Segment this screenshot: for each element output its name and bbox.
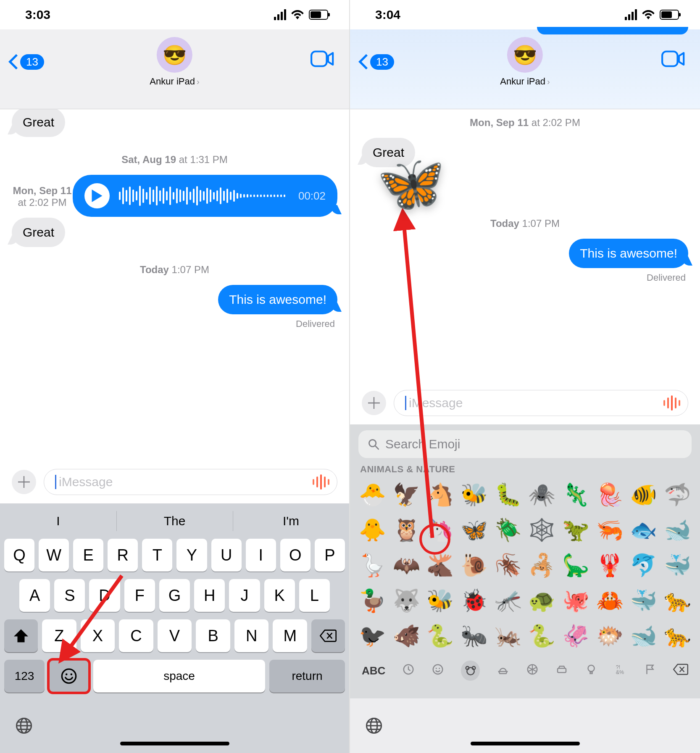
emoji-cell[interactable]: 🐝 xyxy=(424,584,456,617)
emoji-cell[interactable]: 🪼 xyxy=(594,478,626,511)
emoji-cell[interactable]: 🐌 xyxy=(458,549,490,582)
abc-key[interactable]: ABC xyxy=(362,664,385,677)
emoji-cell[interactable]: 🦗 xyxy=(492,619,524,652)
key-j[interactable]: J xyxy=(229,579,260,612)
shift-key[interactable] xyxy=(4,619,38,652)
emoji-cell[interactable]: 🦆 xyxy=(357,584,388,617)
back-button[interactable]: 13 xyxy=(358,54,394,70)
emoji-cell[interactable]: 🐋 xyxy=(662,513,693,546)
emoji-cell[interactable]: 🦇 xyxy=(391,549,422,582)
key-z[interactable]: Z xyxy=(42,619,76,652)
emoji-cell[interactable]: 🐳 xyxy=(628,584,660,617)
cat-symbols[interactable]: ?!&% xyxy=(614,663,627,679)
emoji-cell[interactable]: 🐆 xyxy=(662,619,693,652)
cat-activity[interactable] xyxy=(526,663,539,679)
emoji-cell[interactable]: 🦈 xyxy=(662,478,693,511)
emoji-search-input[interactable]: Search Emoji xyxy=(358,430,692,458)
emoji-cell[interactable]: 🦀 xyxy=(594,584,626,617)
key-y[interactable]: Y xyxy=(176,539,207,571)
emoji-cell[interactable]: 🦖 xyxy=(560,513,592,546)
key-d[interactable]: D xyxy=(89,579,120,612)
emoji-cell[interactable]: 🦑 xyxy=(560,619,592,652)
add-button[interactable] xyxy=(362,391,386,415)
key-h[interactable]: H xyxy=(194,579,225,612)
emoji-cell[interactable]: 🐛 xyxy=(492,478,524,511)
cat-smileys[interactable] xyxy=(432,663,444,679)
emoji-cell[interactable]: 🦎 xyxy=(560,478,592,511)
emoji-cell[interactable]: 🐡 xyxy=(594,619,626,652)
cat-food[interactable] xyxy=(497,663,509,679)
key-g[interactable]: G xyxy=(159,579,190,612)
key-x[interactable]: X xyxy=(81,619,115,652)
prediction[interactable]: I xyxy=(0,503,116,539)
emoji-cell[interactable]: 🐜 xyxy=(458,619,490,652)
emoji-cell[interactable]: 🦞 xyxy=(594,549,626,582)
emoji-cell[interactable]: 🐬 xyxy=(628,549,660,582)
emoji-cell[interactable]: 🐳 xyxy=(662,549,693,582)
prediction[interactable]: The xyxy=(116,503,233,539)
key-c[interactable]: C xyxy=(119,619,153,652)
emoji-cell[interactable]: 🦋 xyxy=(458,513,490,546)
cat-flags[interactable] xyxy=(644,663,656,679)
return-key[interactable]: return xyxy=(269,660,345,692)
audio-record-button[interactable] xyxy=(313,474,329,490)
emoji-cell[interactable]: 🦐 xyxy=(594,513,626,546)
emoji-cell[interactable]: 🐍 xyxy=(424,619,456,652)
audio-message-bubble[interactable]: 00:02 xyxy=(73,175,337,217)
audio-record-button[interactable] xyxy=(663,395,680,411)
key-w[interactable]: W xyxy=(39,539,69,571)
emoji-cell[interactable]: 🐙 xyxy=(560,584,592,617)
emoji-cell[interactable]: 🦅 xyxy=(391,478,422,511)
key-a[interactable]: A xyxy=(19,579,50,612)
emoji-cell[interactable]: 🕷️ xyxy=(526,478,558,511)
emoji-cell[interactable]: 🐴 xyxy=(424,478,456,511)
emoji-cell[interactable]: 🦕 xyxy=(560,549,592,582)
globe-icon[interactable] xyxy=(15,717,33,735)
emoji-cell[interactable]: 🪿 xyxy=(357,549,388,582)
key-m[interactable]: M xyxy=(273,619,307,652)
key-i[interactable]: I xyxy=(246,539,276,571)
key-f[interactable]: F xyxy=(124,579,155,612)
key-o[interactable]: O xyxy=(280,539,311,571)
emoji-cell[interactable]: 🐺 xyxy=(391,584,422,617)
cat-animals[interactable] xyxy=(461,661,480,681)
emoji-cell[interactable]: 🐣 xyxy=(357,478,388,511)
key-r[interactable]: R xyxy=(108,539,138,571)
globe-icon[interactable] xyxy=(365,717,383,735)
emoji-cell[interactable]: 🐍 xyxy=(526,619,558,652)
message-input[interactable]: iMessage xyxy=(394,390,688,416)
prediction[interactable]: I'm xyxy=(233,503,349,539)
facetime-button[interactable] xyxy=(311,50,334,69)
facetime-button[interactable] xyxy=(661,50,685,69)
outgoing-bubble[interactable]: This is awesome! xyxy=(218,285,337,314)
emoji-cell[interactable]: 🐦‍⬛ xyxy=(357,619,388,652)
incoming-bubble[interactable]: Great xyxy=(12,218,65,247)
emoji-cell[interactable]: 🕸️ xyxy=(526,513,558,546)
emoji-keyboard-key[interactable] xyxy=(49,660,89,692)
key-l[interactable]: L xyxy=(299,579,330,612)
emoji-cell[interactable]: 🪳 xyxy=(492,549,524,582)
home-indicator[interactable] xyxy=(471,742,580,745)
key-u[interactable]: U xyxy=(211,539,242,571)
emoji-cell[interactable]: 🦂 xyxy=(526,549,558,582)
emoji-cell[interactable]: 🐞 xyxy=(458,584,490,617)
key-s[interactable]: S xyxy=(54,579,85,612)
key-n[interactable]: N xyxy=(234,619,269,652)
space-key[interactable]: space xyxy=(93,660,265,692)
outgoing-bubble[interactable]: This is awesome! xyxy=(569,239,688,268)
play-button[interactable] xyxy=(84,183,110,208)
emoji-cell[interactable]: 🐆 xyxy=(662,584,693,617)
emoji-cell[interactable]: 🐝 xyxy=(458,478,490,511)
numbers-key[interactable]: 123 xyxy=(4,660,45,692)
emoji-cell[interactable]: 🐋 xyxy=(628,619,660,652)
back-button[interactable]: 13 xyxy=(8,54,44,70)
messages-list[interactable]: Great Sat, Aug 19 at 1:31 PM 00:02 Mon, … xyxy=(0,109,349,462)
key-e[interactable]: E xyxy=(73,539,103,571)
key-k[interactable]: K xyxy=(264,579,295,612)
contact-header[interactable]: 😎 Ankur iPad› xyxy=(500,37,550,87)
contact-header[interactable]: 😎 Ankur iPad› xyxy=(150,37,199,87)
messages-list[interactable]: Mon, Sep 11 at 2:02 PM Great Today 1:07 … xyxy=(350,109,700,383)
backspace-key[interactable] xyxy=(311,619,345,652)
cat-recent[interactable] xyxy=(402,663,415,679)
key-b[interactable]: B xyxy=(196,619,230,652)
